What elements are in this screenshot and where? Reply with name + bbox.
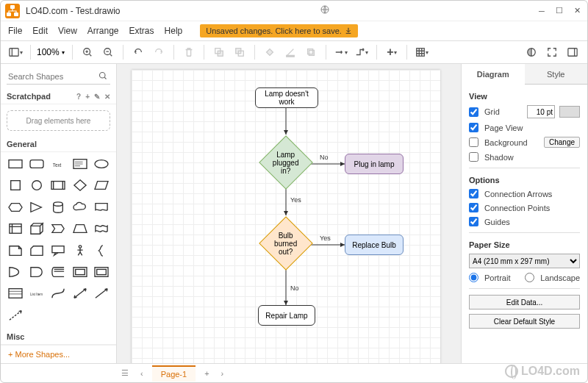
maximize-button[interactable]: ☐ xyxy=(553,5,565,17)
shape-triangle[interactable] xyxy=(26,198,46,216)
redo-icon[interactable] xyxy=(150,43,168,61)
guides-checkbox[interactable] xyxy=(469,217,478,226)
table-icon[interactable]: ▾ xyxy=(413,43,431,61)
grid-checkbox[interactable] xyxy=(469,107,478,117)
pageview-checkbox[interactable] xyxy=(469,123,478,132)
shape-text[interactable]: Text xyxy=(49,155,68,173)
flow-node-start[interactable]: Lamp doesn't work xyxy=(255,87,318,108)
shape-note[interactable] xyxy=(5,242,25,259)
to-front-icon[interactable] xyxy=(210,43,228,61)
tab-diagram[interactable]: Diagram xyxy=(462,64,525,85)
minimize-button[interactable]: ─ xyxy=(536,5,548,17)
landscape-radio[interactable] xyxy=(525,273,534,282)
shape-bidir-arrow[interactable] xyxy=(70,284,90,302)
line-color-icon[interactable] xyxy=(282,43,299,61)
scratchpad-close-icon[interactable]: ✕ xyxy=(104,93,110,101)
shape-internal-storage[interactable] xyxy=(5,220,25,237)
fill-color-icon[interactable] xyxy=(261,43,279,61)
menu-extras[interactable]: Extras xyxy=(129,26,154,36)
more-shapes-button[interactable]: + More Shapes... xyxy=(1,345,116,363)
shape-card[interactable] xyxy=(26,242,46,259)
conn-points-checkbox[interactable] xyxy=(469,203,478,212)
insert-icon[interactable]: +▾ xyxy=(383,43,401,61)
shape-tape[interactable] xyxy=(92,220,112,237)
sidebar-toggle-icon[interactable]: ▾ xyxy=(7,43,24,61)
flow-node-repair[interactable]: Repair Lamp xyxy=(258,305,315,326)
shape-list[interactable] xyxy=(5,284,25,302)
shape-or[interactable] xyxy=(5,263,25,281)
shadow-checkbox[interactable] xyxy=(469,152,478,162)
grid-color-swatch[interactable] xyxy=(559,106,580,118)
shape-cloud[interactable] xyxy=(70,198,90,216)
menu-arrange[interactable]: Arrange xyxy=(87,26,119,36)
search-shapes-input[interactable] xyxy=(7,68,110,85)
general-shapes-header[interactable]: General xyxy=(1,137,116,152)
zoom-level[interactable]: 100%▾ xyxy=(37,47,66,57)
menu-edit[interactable]: Edit xyxy=(32,26,48,36)
unsaved-changes-banner[interactable]: Unsaved changes. Click here to save. xyxy=(200,24,358,37)
zoom-out-icon[interactable] xyxy=(99,43,117,61)
zoom-in-icon[interactable] xyxy=(79,43,96,61)
shadow-icon[interactable] xyxy=(302,43,320,61)
shape-circle[interactable] xyxy=(26,176,46,194)
shape-cylinder[interactable] xyxy=(49,198,68,216)
paper-size-select[interactable]: A4 (210 mm x 297 mm) xyxy=(469,254,580,268)
shape-trapezoid[interactable] xyxy=(70,220,90,237)
conn-arrows-checkbox[interactable] xyxy=(469,189,478,198)
search-icon[interactable] xyxy=(98,71,107,82)
grid-size-input[interactable] xyxy=(527,105,555,118)
tab-style[interactable]: Style xyxy=(525,64,588,85)
flow-node-plugin[interactable]: Plug in lamp xyxy=(345,154,404,174)
shape-callout[interactable] xyxy=(49,242,68,259)
shape-double-rect[interactable] xyxy=(70,263,90,281)
edit-data-button[interactable]: Edit Data... xyxy=(469,295,580,309)
theme-icon[interactable] xyxy=(523,43,540,61)
shape-datastore[interactable] xyxy=(49,263,68,281)
undo-icon[interactable] xyxy=(129,43,147,61)
shape-square[interactable] xyxy=(5,176,25,194)
misc-shapes-header[interactable]: Misc xyxy=(1,329,116,345)
shape-textbox[interactable] xyxy=(70,155,90,173)
menu-help[interactable]: Help xyxy=(165,26,183,36)
page-tab-1[interactable]: Page-1 xyxy=(152,365,196,382)
background-checkbox[interactable] xyxy=(469,137,478,147)
fullscreen-icon[interactable] xyxy=(543,43,561,61)
shape-curve[interactable] xyxy=(49,284,68,302)
close-button[interactable]: ✕ xyxy=(571,5,583,17)
delete-icon[interactable] xyxy=(180,43,198,61)
menu-file[interactable]: File xyxy=(8,26,22,36)
shape-dashed[interactable] xyxy=(5,307,25,324)
shape-rounded-rect[interactable] xyxy=(26,155,46,173)
flow-node-replace[interactable]: Replace Bulb xyxy=(345,235,404,255)
change-background-button[interactable]: Change xyxy=(544,137,580,148)
format-panel-icon[interactable] xyxy=(564,43,581,61)
portrait-radio[interactable] xyxy=(469,273,478,282)
shape-parallelogram[interactable] xyxy=(92,176,112,194)
language-icon[interactable] xyxy=(320,5,329,16)
shape-actor[interactable] xyxy=(70,242,90,259)
shape-diamond[interactable] xyxy=(70,176,90,194)
scratchpad-header[interactable]: Scratchpad ? + ✎ ✕ xyxy=(1,89,116,104)
shape-and[interactable] xyxy=(26,263,46,281)
menu-view[interactable]: View xyxy=(58,26,77,36)
add-page-button[interactable]: + xyxy=(201,368,212,379)
clear-style-button[interactable]: Clear Default Style xyxy=(469,314,580,329)
connection-icon[interactable]: ▾ xyxy=(332,43,350,61)
shape-curly[interactable] xyxy=(92,242,112,259)
shape-process[interactable] xyxy=(49,176,68,194)
shape-hexagon[interactable] xyxy=(5,198,25,216)
prev-page-button[interactable]: ‹ xyxy=(137,368,146,379)
scratchpad-help-icon[interactable]: ? xyxy=(76,93,81,101)
shape-document[interactable] xyxy=(92,198,112,216)
waypoint-icon[interactable]: ▾ xyxy=(353,43,370,61)
pages-menu-icon[interactable]: ☰ xyxy=(118,367,132,379)
next-page-button[interactable]: › xyxy=(218,368,227,379)
scratchpad-edit-icon[interactable]: ✎ xyxy=(94,93,100,101)
shape-step[interactable] xyxy=(49,220,68,237)
shape-arrow[interactable] xyxy=(92,284,112,302)
shape-cube[interactable] xyxy=(26,220,46,237)
scratchpad-drop-zone[interactable]: Drag elements here xyxy=(7,110,110,131)
scratchpad-add-icon[interactable]: + xyxy=(85,93,90,101)
shape-rect[interactable] xyxy=(5,155,25,173)
shape-double-ellipse[interactable] xyxy=(92,263,112,281)
